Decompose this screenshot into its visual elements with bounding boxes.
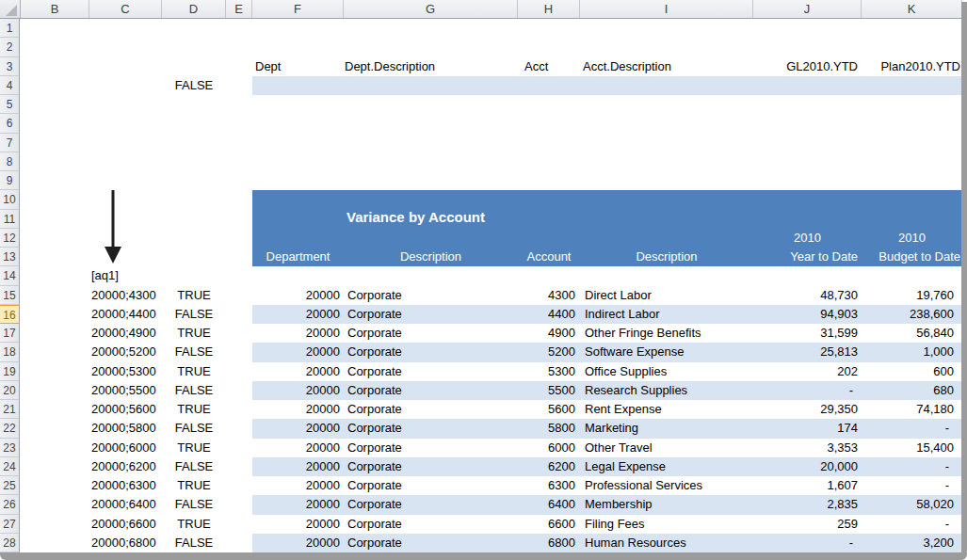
cell-D25[interactable]: TRUE bbox=[162, 476, 226, 495]
column-header-I[interactable]: I bbox=[580, 0, 753, 18]
cell-H21[interactable]: 5600 bbox=[518, 400, 580, 419]
cell-J15[interactable]: 48,730 bbox=[753, 286, 862, 305]
cell-C27[interactable]: 20000;6600 bbox=[89, 515, 162, 534]
cell-I17[interactable]: Other Fringe Benefits bbox=[580, 324, 753, 343]
cell-D20[interactable]: FALSE bbox=[162, 381, 226, 400]
cell-G18[interactable]: Corporate bbox=[344, 343, 518, 361]
cell-K19[interactable]: 600 bbox=[862, 362, 962, 381]
cell-F23[interactable]: 20000 bbox=[252, 439, 344, 457]
cell-K20[interactable]: 680 bbox=[862, 381, 962, 400]
cell-H16[interactable]: 4400 bbox=[518, 305, 580, 324]
cell-J18[interactable]: 25,813 bbox=[753, 343, 862, 361]
cell-K26[interactable]: 58,020 bbox=[862, 495, 962, 514]
cell-H22[interactable]: 5800 bbox=[518, 419, 580, 438]
select-all-corner[interactable] bbox=[0, 0, 21, 18]
column-header-C[interactable]: C bbox=[89, 0, 162, 18]
row-header-11[interactable]: 11 bbox=[0, 210, 20, 229]
cell-I28[interactable]: Human Resources bbox=[580, 534, 753, 552]
cell-G19[interactable]: Corporate bbox=[344, 362, 518, 381]
cell-C28[interactable]: 20000;6800 bbox=[89, 534, 162, 552]
row-header-22[interactable]: 22 bbox=[0, 419, 20, 438]
cell-K21[interactable]: 74,180 bbox=[862, 400, 962, 419]
cell-G24[interactable]: Corporate bbox=[344, 457, 518, 476]
row-header-20[interactable]: 20 bbox=[0, 381, 20, 400]
cell-I16[interactable]: Indirect Labor bbox=[580, 305, 753, 324]
cell-J16[interactable]: 94,903 bbox=[753, 305, 862, 324]
cell-H19[interactable]: 5300 bbox=[518, 362, 580, 381]
cell-J27[interactable]: 259 bbox=[753, 515, 862, 534]
row-header-12[interactable]: 12 bbox=[0, 229, 20, 248]
row-header-16[interactable]: 16 bbox=[0, 305, 20, 324]
cell-k3-plan-ytd-header[interactable]: Plan2010.YTD bbox=[862, 56, 962, 76]
row-header-17[interactable]: 17 bbox=[0, 324, 20, 343]
column-header-F[interactable]: F bbox=[252, 0, 344, 18]
cell-J20[interactable]: - bbox=[753, 381, 862, 400]
cell-D23[interactable]: TRUE bbox=[162, 439, 226, 457]
cell-C16[interactable]: 20000;4400 bbox=[89, 305, 162, 324]
cell-i3-acct-desc-header[interactable]: Acct.Description bbox=[580, 56, 753, 76]
cell-H17[interactable]: 4900 bbox=[518, 324, 580, 343]
column-header-H[interactable]: H bbox=[518, 0, 580, 18]
cell-G21[interactable]: Corporate bbox=[344, 400, 518, 419]
cell-D26[interactable]: FALSE bbox=[162, 495, 226, 514]
cell-G28[interactable]: Corporate bbox=[344, 534, 518, 552]
cell-H25[interactable]: 6300 bbox=[518, 476, 580, 495]
cell-F28[interactable]: 20000 bbox=[252, 534, 344, 552]
cell-I26[interactable]: Membership bbox=[580, 495, 753, 514]
cell-F15[interactable]: 20000 bbox=[252, 286, 344, 305]
row-header-5[interactable]: 5 bbox=[0, 95, 20, 114]
cell-J17[interactable]: 31,599 bbox=[753, 324, 862, 343]
cell-C26[interactable]: 20000;6400 bbox=[89, 495, 162, 514]
cell-H18[interactable]: 5200 bbox=[518, 343, 580, 361]
cell-C22[interactable]: 20000;5800 bbox=[89, 419, 162, 438]
column-header-D[interactable]: D bbox=[162, 0, 226, 18]
cell-H26[interactable]: 6400 bbox=[518, 495, 580, 514]
cell-J19[interactable]: 202 bbox=[753, 362, 862, 381]
cell-G17[interactable]: Corporate bbox=[344, 324, 518, 343]
cell-F20[interactable]: 20000 bbox=[252, 381, 344, 400]
cell-C18[interactable]: 20000;5200 bbox=[89, 343, 162, 361]
cell-D19[interactable]: TRUE bbox=[162, 362, 226, 381]
cell-D15[interactable]: TRUE bbox=[162, 286, 226, 305]
cell-G25[interactable]: Corporate bbox=[344, 476, 518, 495]
cell-H23[interactable]: 6000 bbox=[518, 439, 580, 457]
cell-C20[interactable]: 20000;5500 bbox=[89, 381, 162, 400]
cell-C19[interactable]: 20000;5300 bbox=[89, 362, 162, 381]
cell-G23[interactable]: Corporate bbox=[344, 439, 518, 457]
row-header-4[interactable]: 4 bbox=[0, 76, 20, 95]
cell-F25[interactable]: 20000 bbox=[252, 476, 344, 495]
cell-C15[interactable]: 20000;4300 bbox=[89, 286, 162, 305]
cell-H20[interactable]: 5500 bbox=[518, 381, 580, 400]
cell-H24[interactable]: 6200 bbox=[518, 457, 580, 476]
cell-D27[interactable]: TRUE bbox=[162, 515, 226, 534]
cell-D18[interactable]: FALSE bbox=[162, 343, 226, 361]
column-header-G[interactable]: G bbox=[344, 0, 518, 18]
cell-G20[interactable]: Corporate bbox=[344, 381, 518, 400]
column-header-K[interactable]: K bbox=[862, 0, 962, 18]
row-header-13[interactable]: 13 bbox=[0, 248, 20, 266]
cell-J23[interactable]: 3,353 bbox=[753, 439, 862, 457]
row-header-1[interactable]: 1 bbox=[0, 19, 20, 38]
cell-K16[interactable]: 238,600 bbox=[862, 305, 962, 324]
cell-F22[interactable]: 20000 bbox=[252, 419, 344, 438]
row-header-26[interactable]: 26 bbox=[0, 495, 20, 514]
row-header-10[interactable]: 10 bbox=[0, 190, 20, 209]
cell-I25[interactable]: Professional Services bbox=[580, 476, 753, 495]
cell-I24[interactable]: Legal Expense bbox=[580, 457, 753, 476]
cell-D17[interactable]: TRUE bbox=[162, 324, 226, 343]
cell-K23[interactable]: 15,400 bbox=[862, 439, 962, 457]
cell-I20[interactable]: Research Supplies bbox=[580, 381, 753, 400]
cell-F17[interactable]: 20000 bbox=[252, 324, 344, 343]
cell-I21[interactable]: Rent Expense bbox=[580, 400, 753, 419]
cell-F19[interactable]: 20000 bbox=[252, 362, 344, 381]
cell-D21[interactable]: TRUE bbox=[162, 400, 226, 419]
cell-K18[interactable]: 1,000 bbox=[862, 343, 962, 361]
column-header-E[interactable]: E bbox=[226, 0, 252, 18]
cell-G26[interactable]: Corporate bbox=[344, 495, 518, 514]
cell-H28[interactable]: 6800 bbox=[518, 534, 580, 552]
column-header-J[interactable]: J bbox=[753, 0, 862, 18]
cell-C24[interactable]: 20000;6200 bbox=[89, 457, 162, 476]
row-header-19[interactable]: 19 bbox=[0, 362, 20, 381]
cell-J25[interactable]: 1,607 bbox=[753, 476, 862, 495]
cell-K27[interactable]: - bbox=[862, 515, 962, 534]
